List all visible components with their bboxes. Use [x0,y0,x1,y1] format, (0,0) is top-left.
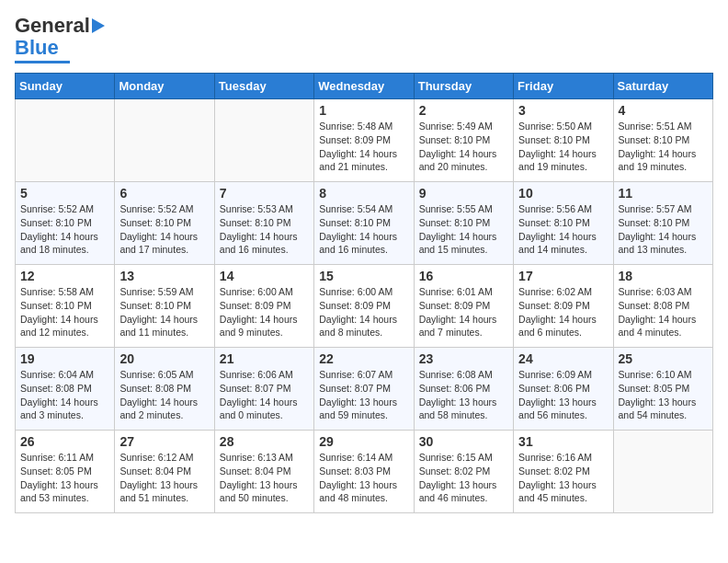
calendar-cell: 29Sunrise: 6:14 AM Sunset: 8:03 PM Dayli… [314,431,414,513]
day-info: Sunrise: 6:08 AM Sunset: 8:06 PM Dayligh… [419,368,508,422]
calendar-cell: 30Sunrise: 6:15 AM Sunset: 8:02 PM Dayli… [414,431,513,513]
logo-text-general: General [15,15,90,37]
calendar-cell: 22Sunrise: 6:07 AM Sunset: 8:07 PM Dayli… [314,348,414,431]
day-info: Sunrise: 6:13 AM Sunset: 8:04 PM Dayligh… [220,451,309,505]
day-number: 7 [220,186,309,201]
calendar-cell: 15Sunrise: 6:00 AM Sunset: 8:09 PM Dayli… [314,265,414,348]
day-number: 18 [619,269,708,283]
calendar-cell: 16Sunrise: 6:01 AM Sunset: 8:09 PM Dayli… [414,265,513,348]
day-number: 15 [319,269,408,283]
day-number: 10 [518,186,608,201]
calendar-cell [613,431,712,513]
day-info: Sunrise: 6:05 AM Sunset: 8:08 PM Dayligh… [119,368,209,422]
day-info: Sunrise: 6:01 AM Sunset: 8:09 PM Dayligh… [419,285,508,339]
calendar-cell [214,99,313,182]
day-number: 4 [619,103,708,118]
day-info: Sunrise: 5:48 AM Sunset: 8:09 PM Dayligh… [319,120,408,174]
day-number: 14 [220,269,309,283]
day-info: Sunrise: 5:51 AM Sunset: 8:10 PM Dayligh… [619,120,708,174]
weekday-header-friday: Friday [514,74,613,99]
calendar-week-row: 1Sunrise: 5:48 AM Sunset: 8:09 PM Daylig… [16,99,713,182]
day-number: 26 [20,434,109,449]
weekday-header-sunday: Sunday [16,74,115,99]
weekday-header-tuesday: Tuesday [214,74,313,99]
day-number: 17 [518,269,608,283]
day-number: 28 [220,434,309,449]
weekday-header-monday: Monday [115,74,214,99]
calendar-table: SundayMondayTuesdayWednesdayThursdayFrid… [15,73,713,513]
calendar-cell: 18Sunrise: 6:03 AM Sunset: 8:08 PM Dayli… [613,265,712,348]
calendar-cell: 19Sunrise: 6:04 AM Sunset: 8:08 PM Dayli… [16,348,115,431]
day-info: Sunrise: 6:00 AM Sunset: 8:09 PM Dayligh… [319,285,408,339]
day-number: 21 [220,351,309,366]
calendar-cell: 8Sunrise: 5:54 AM Sunset: 8:10 PM Daylig… [314,182,414,265]
calendar-cell: 1Sunrise: 5:48 AM Sunset: 8:09 PM Daylig… [314,99,414,182]
calendar-cell: 21Sunrise: 6:06 AM Sunset: 8:07 PM Dayli… [214,348,313,431]
weekday-header-wednesday: Wednesday [314,74,414,99]
logo: General Blue [15,15,107,63]
day-info: Sunrise: 5:52 AM Sunset: 8:10 PM Dayligh… [20,202,109,257]
logo-text-blue: Blue [15,37,59,59]
day-info: Sunrise: 6:03 AM Sunset: 8:08 PM Dayligh… [619,285,708,339]
day-number: 16 [419,269,508,283]
day-info: Sunrise: 6:00 AM Sunset: 8:09 PM Dayligh… [220,285,309,339]
day-number: 23 [419,351,508,366]
calendar-cell: 9Sunrise: 5:55 AM Sunset: 8:10 PM Daylig… [414,182,513,265]
day-number: 5 [20,186,109,201]
day-info: Sunrise: 5:54 AM Sunset: 8:10 PM Dayligh… [319,202,408,257]
day-info: Sunrise: 5:56 AM Sunset: 8:10 PM Dayligh… [518,202,608,257]
day-number: 24 [518,351,608,366]
day-number: 13 [119,269,209,283]
calendar-cell: 24Sunrise: 6:09 AM Sunset: 8:06 PM Dayli… [514,348,613,431]
calendar-cell: 4Sunrise: 5:51 AM Sunset: 8:10 PM Daylig… [613,99,712,182]
calendar-cell [115,99,214,182]
calendar-cell: 13Sunrise: 5:59 AM Sunset: 8:10 PM Dayli… [115,265,214,348]
calendar-cell: 2Sunrise: 5:49 AM Sunset: 8:10 PM Daylig… [414,99,513,182]
calendar-cell: 27Sunrise: 6:12 AM Sunset: 8:04 PM Dayli… [115,431,214,513]
calendar-cell: 3Sunrise: 5:50 AM Sunset: 8:10 PM Daylig… [514,99,613,182]
day-info: Sunrise: 6:10 AM Sunset: 8:05 PM Dayligh… [619,368,708,422]
calendar-cell: 25Sunrise: 6:10 AM Sunset: 8:05 PM Dayli… [613,348,712,431]
weekday-header-row: SundayMondayTuesdayWednesdayThursdayFrid… [16,74,713,99]
day-info: Sunrise: 6:04 AM Sunset: 8:08 PM Dayligh… [20,368,109,422]
day-info: Sunrise: 5:59 AM Sunset: 8:10 PM Dayligh… [119,285,209,339]
day-info: Sunrise: 6:02 AM Sunset: 8:09 PM Dayligh… [518,285,608,339]
calendar-cell: 7Sunrise: 5:53 AM Sunset: 8:10 PM Daylig… [214,182,313,265]
day-info: Sunrise: 6:12 AM Sunset: 8:04 PM Dayligh… [119,451,209,505]
day-number: 31 [518,434,608,449]
day-info: Sunrise: 5:55 AM Sunset: 8:10 PM Dayligh… [419,202,508,257]
calendar-week-row: 26Sunrise: 6:11 AM Sunset: 8:05 PM Dayli… [16,431,713,513]
weekday-header-saturday: Saturday [613,74,712,99]
day-number: 30 [419,434,508,449]
calendar-cell: 11Sunrise: 5:57 AM Sunset: 8:10 PM Dayli… [613,182,712,265]
day-number: 20 [119,351,209,366]
day-number: 19 [20,351,109,366]
day-info: Sunrise: 5:50 AM Sunset: 8:10 PM Dayligh… [518,120,608,174]
calendar-cell: 6Sunrise: 5:52 AM Sunset: 8:10 PM Daylig… [115,182,214,265]
day-info: Sunrise: 5:57 AM Sunset: 8:10 PM Dayligh… [619,202,708,257]
day-number: 1 [319,103,408,118]
day-number: 22 [319,351,408,366]
calendar-cell: 20Sunrise: 6:05 AM Sunset: 8:08 PM Dayli… [115,348,214,431]
calendar-cell: 12Sunrise: 5:58 AM Sunset: 8:10 PM Dayli… [16,265,115,348]
calendar-cell: 28Sunrise: 6:13 AM Sunset: 8:04 PM Dayli… [214,431,313,513]
day-info: Sunrise: 5:58 AM Sunset: 8:10 PM Dayligh… [20,285,109,339]
day-number: 8 [319,186,408,201]
day-info: Sunrise: 6:14 AM Sunset: 8:03 PM Dayligh… [319,451,408,505]
calendar-cell: 5Sunrise: 5:52 AM Sunset: 8:10 PM Daylig… [16,182,115,265]
day-info: Sunrise: 6:09 AM Sunset: 8:06 PM Dayligh… [518,368,608,422]
weekday-header-thursday: Thursday [414,74,513,99]
calendar-cell: 23Sunrise: 6:08 AM Sunset: 8:06 PM Dayli… [414,348,513,431]
day-info: Sunrise: 5:49 AM Sunset: 8:10 PM Dayligh… [419,120,508,174]
calendar-cell: 31Sunrise: 6:16 AM Sunset: 8:02 PM Dayli… [514,431,613,513]
calendar-cell [16,99,115,182]
calendar-cell: 17Sunrise: 6:02 AM Sunset: 8:09 PM Dayli… [514,265,613,348]
calendar-cell: 10Sunrise: 5:56 AM Sunset: 8:10 PM Dayli… [514,182,613,265]
day-number: 9 [419,186,508,201]
header: General Blue [15,15,713,63]
day-number: 6 [119,186,209,201]
day-number: 12 [20,269,109,283]
day-info: Sunrise: 6:16 AM Sunset: 8:02 PM Dayligh… [518,451,608,505]
logo-underline [15,61,70,63]
day-info: Sunrise: 6:15 AM Sunset: 8:02 PM Dayligh… [419,451,508,505]
